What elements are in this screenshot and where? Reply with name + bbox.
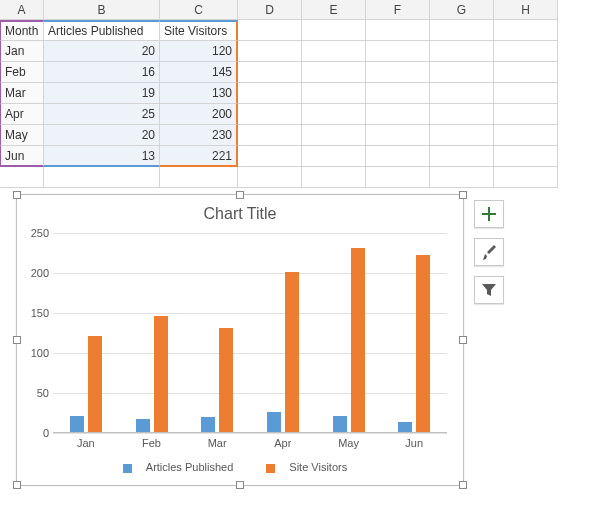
cell[interactable] [302, 104, 366, 125]
cell[interactable] [238, 146, 302, 167]
bar[interactable] [88, 336, 102, 432]
cell[interactable] [430, 104, 494, 125]
resize-handle[interactable] [13, 481, 21, 489]
bar[interactable] [333, 416, 347, 432]
cell-B7[interactable]: 13 [44, 146, 160, 167]
cell[interactable] [0, 167, 44, 188]
cell-C1[interactable]: Site Visitors [160, 20, 238, 41]
resize-handle[interactable] [236, 481, 244, 489]
cell[interactable] [430, 62, 494, 83]
cell[interactable] [302, 20, 366, 41]
col-header-F[interactable]: F [366, 0, 430, 20]
cell-C4[interactable]: 130 [160, 83, 238, 104]
cell[interactable] [238, 62, 302, 83]
bar[interactable] [398, 422, 412, 432]
legend-item[interactable]: Site Visitors [266, 461, 357, 473]
cell[interactable] [160, 167, 238, 188]
cell[interactable] [238, 83, 302, 104]
resize-handle[interactable] [459, 336, 467, 344]
cell-B6[interactable]: 20 [44, 125, 160, 146]
cell[interactable] [366, 83, 430, 104]
bar[interactable] [416, 255, 430, 432]
cell-C7[interactable]: 221 [160, 146, 238, 167]
cell[interactable] [238, 20, 302, 41]
cell-A3[interactable]: Feb [0, 62, 44, 83]
col-header-A[interactable]: A [0, 0, 44, 20]
cell[interactable] [238, 41, 302, 62]
cell-A2[interactable]: Jan [0, 41, 44, 62]
cell[interactable] [302, 83, 366, 104]
cell[interactable] [430, 41, 494, 62]
cell-C5[interactable]: 200 [160, 104, 238, 125]
col-header-B[interactable]: B [44, 0, 160, 20]
cell-A1[interactable]: Month [0, 20, 44, 41]
cell[interactable] [430, 146, 494, 167]
cell[interactable] [430, 167, 494, 188]
cell[interactable] [366, 62, 430, 83]
resize-handle[interactable] [13, 191, 21, 199]
cell[interactable] [302, 146, 366, 167]
embedded-chart[interactable]: Chart Title 050100150200250 JanFebMarApr… [16, 194, 464, 486]
bar[interactable] [201, 417, 215, 432]
cell-B5[interactable]: 25 [44, 104, 160, 125]
cell[interactable] [238, 167, 302, 188]
cell-C6[interactable]: 230 [160, 125, 238, 146]
cell[interactable] [494, 62, 558, 83]
legend-item[interactable]: Articles Published [123, 461, 243, 473]
cell-B1[interactable]: Articles Published [44, 20, 160, 41]
bar[interactable] [351, 248, 365, 432]
cell[interactable] [238, 125, 302, 146]
cell[interactable] [302, 41, 366, 62]
col-header-H[interactable]: H [494, 0, 558, 20]
chart-styles-button[interactable] [474, 238, 504, 266]
bar[interactable] [219, 328, 233, 432]
cell[interactable] [238, 104, 302, 125]
cell[interactable] [366, 167, 430, 188]
bar[interactable] [267, 412, 281, 432]
spreadsheet-grid[interactable]: A B C D E F G H Month Articles Published… [0, 0, 595, 188]
cell[interactable] [302, 62, 366, 83]
resize-handle[interactable] [459, 191, 467, 199]
cell[interactable] [430, 20, 494, 41]
cell[interactable] [366, 125, 430, 146]
resize-handle[interactable] [13, 336, 21, 344]
cell-B2[interactable]: 20 [44, 41, 160, 62]
cell[interactable] [366, 20, 430, 41]
cell[interactable] [430, 83, 494, 104]
cell-C3[interactable]: 145 [160, 62, 238, 83]
cell[interactable] [494, 146, 558, 167]
col-header-C[interactable]: C [160, 0, 238, 20]
cell[interactable] [494, 83, 558, 104]
cell[interactable] [366, 146, 430, 167]
col-header-E[interactable]: E [302, 0, 366, 20]
chart-elements-button[interactable] [474, 200, 504, 228]
cell[interactable] [430, 125, 494, 146]
cell-C2[interactable]: 120 [160, 41, 238, 62]
cell[interactable] [44, 167, 160, 188]
chart-title[interactable]: Chart Title [17, 195, 463, 229]
cell[interactable] [302, 167, 366, 188]
resize-handle[interactable] [459, 481, 467, 489]
cell[interactable] [366, 41, 430, 62]
bar[interactable] [136, 419, 150, 432]
cell-B4[interactable]: 19 [44, 83, 160, 104]
cell-A4[interactable]: Mar [0, 83, 44, 104]
cell-B3[interactable]: 16 [44, 62, 160, 83]
col-header-G[interactable]: G [430, 0, 494, 20]
chart-legend[interactable]: Articles Published Site Visitors [17, 461, 463, 473]
plot-area[interactable]: 050100150200250 [53, 233, 447, 433]
bar[interactable] [70, 416, 84, 432]
cell-A7[interactable]: Jun [0, 146, 44, 167]
resize-handle[interactable] [236, 191, 244, 199]
col-header-D[interactable]: D [238, 0, 302, 20]
cell[interactable] [494, 104, 558, 125]
cell[interactable] [494, 167, 558, 188]
cell[interactable] [366, 104, 430, 125]
cell[interactable] [302, 125, 366, 146]
bar[interactable] [285, 272, 299, 432]
cell[interactable] [494, 41, 558, 62]
cell-A6[interactable]: May [0, 125, 44, 146]
cell[interactable] [494, 125, 558, 146]
cell-A5[interactable]: Apr [0, 104, 44, 125]
bar[interactable] [154, 316, 168, 432]
